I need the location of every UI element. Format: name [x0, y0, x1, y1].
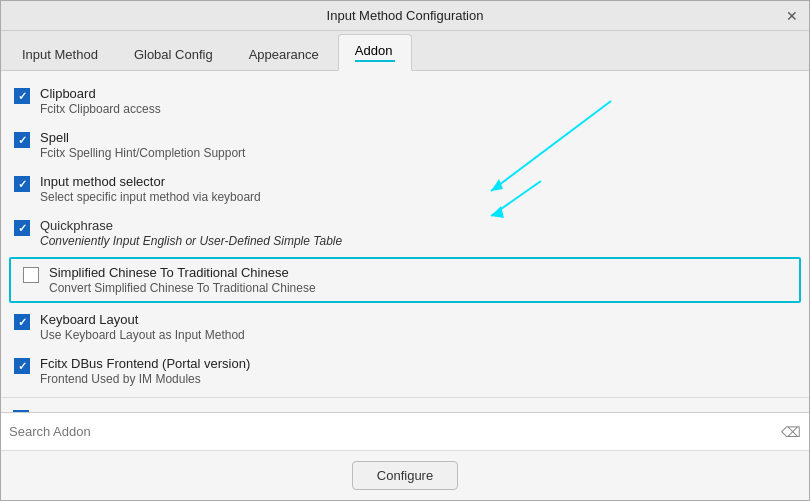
addon-clipboard-desc: Fcitx Clipboard access [40, 102, 161, 116]
addon-spell-title: Spell [40, 130, 245, 145]
configure-button[interactable]: Configure [352, 461, 458, 490]
addon-fcitx-dbus-desc: Frontend Used by IM Modules [40, 372, 250, 386]
addon-keyboard-layout-title: Keyboard Layout [40, 312, 245, 327]
addon-quickphrase-title: Quickphrase [40, 218, 342, 233]
tab-bar: Input Method Global Config Appearance Ad… [1, 31, 809, 71]
checkbox-quickphrase[interactable] [14, 220, 30, 236]
addon-im-selector-title: Input method selector [40, 174, 261, 189]
addon-spell-desc: Fcitx Spelling Hint/Completion Support [40, 146, 245, 160]
advanced-row: Advanced [1, 402, 809, 412]
clear-search-icon[interactable]: ⌫ [781, 424, 801, 440]
checkbox-keyboard-layout[interactable] [14, 314, 30, 330]
window-title: Input Method Configuration [27, 8, 783, 23]
addon-simplified-chinese: Simplified Chinese To Traditional Chines… [9, 257, 801, 303]
addon-quickphrase: Quickphrase Conveniently Input English o… [1, 211, 809, 255]
tab-global-config[interactable]: Global Config [117, 38, 230, 70]
tab-addon[interactable]: Addon [338, 34, 412, 71]
advanced-label: Advanced [39, 410, 97, 413]
addon-spell: Spell Fcitx Spelling Hint/Completion Sup… [1, 123, 809, 167]
addon-fcitx-dbus-title: Fcitx DBus Frontend (Portal version) [40, 356, 250, 371]
checkbox-fcitx-dbus[interactable] [14, 358, 30, 374]
tab-input-method[interactable]: Input Method [5, 38, 115, 70]
addon-clipboard: Clipboard Fcitx Clipboard access [1, 79, 809, 123]
search-bar: ⌫ [1, 412, 809, 450]
addon-keyboard-layout: Keyboard Layout Use Keyboard Layout as I… [1, 305, 809, 349]
addon-keyboard-layout-desc: Use Keyboard Layout as Input Method [40, 328, 245, 342]
checkbox-clipboard[interactable] [14, 88, 30, 104]
divider [1, 397, 809, 398]
search-input[interactable] [9, 424, 781, 439]
addon-simplified-chinese-desc: Convert Simplified Chinese To Traditiona… [49, 281, 316, 295]
checkbox-im-selector[interactable] [14, 176, 30, 192]
addon-clipboard-title: Clipboard [40, 86, 161, 101]
bottom-bar: Configure [1, 450, 809, 500]
addon-quickphrase-desc: Conveniently Input English or User-Defin… [40, 234, 342, 248]
title-bar: Input Method Configuration ✕ [1, 1, 809, 31]
checkbox-spell[interactable] [14, 132, 30, 148]
addon-list: Clipboard Fcitx Clipboard access Spell F… [1, 71, 809, 412]
addon-simplified-chinese-title: Simplified Chinese To Traditional Chines… [49, 265, 316, 280]
checkbox-advanced[interactable] [13, 410, 29, 412]
addon-im-selector-desc: Select specific input method via keyboar… [40, 190, 261, 204]
close-button[interactable]: ✕ [783, 7, 801, 25]
checkbox-simplified-chinese[interactable] [23, 267, 39, 283]
main-window: Input Method Configuration ✕ Input Metho… [0, 0, 810, 501]
addon-im-selector: Input method selector Select specific in… [1, 167, 809, 211]
addon-fcitx-dbus: Fcitx DBus Frontend (Portal version) Fro… [1, 349, 809, 393]
tab-appearance[interactable]: Appearance [232, 38, 336, 70]
